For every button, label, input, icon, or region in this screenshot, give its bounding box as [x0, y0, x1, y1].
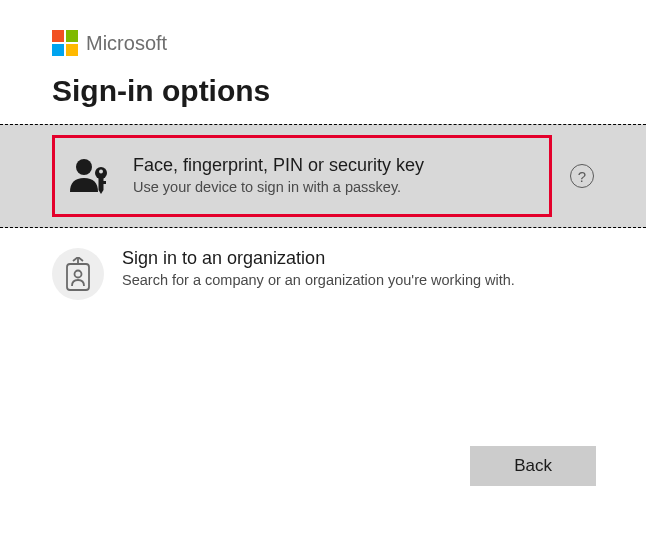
- passkey-icon: [67, 152, 115, 200]
- svg-marker-4: [99, 190, 104, 194]
- help-icon[interactable]: ?: [570, 164, 594, 188]
- svg-point-0: [76, 159, 92, 175]
- svg-point-2: [99, 170, 103, 174]
- option-passkey-description: Use your device to sign in with a passke…: [133, 178, 424, 198]
- microsoft-logo-icon: [52, 30, 78, 56]
- back-button[interactable]: Back: [470, 446, 596, 486]
- svg-rect-5: [103, 181, 106, 184]
- option-passkey-title: Face, fingerprint, PIN or security key: [133, 155, 424, 176]
- microsoft-brand: Microsoft: [52, 30, 594, 56]
- highlight-box: Face, fingerprint, PIN or security key U…: [52, 135, 552, 217]
- option-organization[interactable]: Sign in to an organization Search for a …: [0, 228, 646, 320]
- organization-icon: [52, 248, 104, 300]
- brand-name: Microsoft: [86, 32, 167, 55]
- svg-rect-3: [99, 177, 104, 190]
- svg-point-8: [75, 271, 82, 278]
- page-title: Sign-in options: [52, 74, 594, 108]
- option-organization-title: Sign in to an organization: [122, 248, 515, 269]
- option-passkey[interactable]: Face, fingerprint, PIN or security key U…: [0, 124, 646, 228]
- option-organization-description: Search for a company or an organization …: [122, 271, 515, 291]
